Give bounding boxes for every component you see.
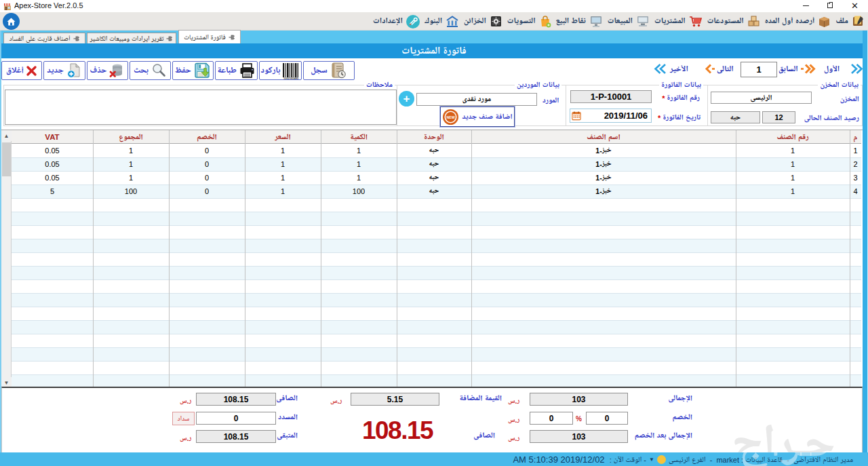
svg-text:NEW: NEW	[447, 115, 455, 119]
svg-text:1002165485: 1002165485	[283, 76, 299, 79]
